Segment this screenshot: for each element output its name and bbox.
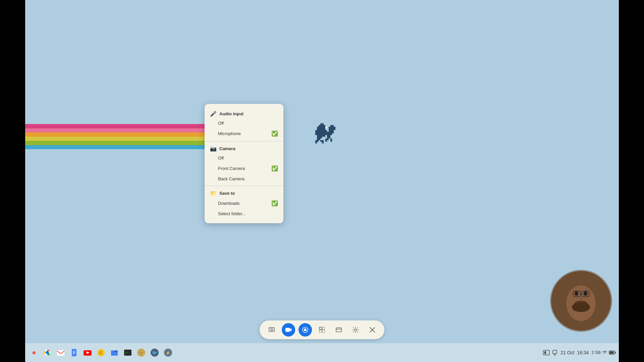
svg-rect-4 <box>315 130 327 132</box>
svg-text:🐦: 🐦 <box>152 350 158 356</box>
svg-rect-74 <box>543 350 549 355</box>
save-to-section: 📁 Save to Downloads ✅ Select folder... <box>205 186 283 221</box>
svg-rect-15 <box>330 125 334 127</box>
svg-rect-25 <box>330 138 332 140</box>
taskbar-date: 21 Oct <box>560 350 574 355</box>
screenshot-button[interactable] <box>265 323 278 337</box>
svg-point-31 <box>304 328 307 331</box>
stripe-2 <box>25 128 230 133</box>
taskbar-app-2[interactable]: 🐦 <box>149 347 161 359</box>
taskbar-extension[interactable]: C <box>95 347 107 359</box>
svg-rect-12 <box>320 140 324 142</box>
partial-capture-button[interactable] <box>315 323 329 337</box>
audio-off-item[interactable]: Off <box>205 118 283 128</box>
battery-icon <box>609 350 616 355</box>
stripe-4 <box>25 137 230 141</box>
webcam-feed <box>551 271 611 331</box>
svg-point-49 <box>580 297 582 299</box>
svg-rect-80 <box>610 352 614 354</box>
svg-point-44 <box>575 291 579 296</box>
stripe-5 <box>25 141 230 145</box>
audio-input-section: 🎤 Audio input Off Microphone ✅ <box>205 107 283 141</box>
window-capture-button[interactable] <box>332 323 345 337</box>
popup-menu: 🎤 Audio input Off Microphone ✅ 📷 Camera … <box>205 104 283 223</box>
svg-rect-65 <box>111 350 114 352</box>
svg-rect-27 <box>269 327 274 331</box>
svg-rect-75 <box>544 351 546 354</box>
taskbar-docs[interactable] <box>68 347 80 359</box>
stripe-3 <box>25 132 230 137</box>
camera-label: Camera <box>219 146 235 151</box>
svg-rect-29 <box>285 328 290 332</box>
svg-point-45 <box>584 291 588 296</box>
record-video-button[interactable] <box>282 323 295 337</box>
svg-rect-16 <box>329 127 335 128</box>
svg-rect-32 <box>319 327 322 329</box>
downloads-check-icon: ✅ <box>271 200 278 206</box>
svg-text:⚡: ⚡ <box>166 351 170 355</box>
taskbar-youtube[interactable] <box>82 347 94 359</box>
svg-point-28 <box>271 328 273 330</box>
side-bar-right <box>619 0 644 362</box>
svg-rect-6 <box>315 133 327 135</box>
svg-rect-7 <box>317 135 325 137</box>
audio-input-label: Audio input <box>219 111 244 116</box>
downloads-label: Downloads <box>218 201 239 206</box>
svg-rect-58 <box>73 354 75 354</box>
svg-rect-14 <box>325 127 327 128</box>
pixel-dino <box>307 123 337 147</box>
taskbar-icon-2[interactable] <box>552 349 558 356</box>
microphone-icon: 🎤 <box>210 111 217 117</box>
front-camera-check-icon: ✅ <box>271 165 278 172</box>
stripe-1 <box>25 124 230 128</box>
svg-rect-9 <box>317 138 320 140</box>
downloads-item[interactable]: Downloads ✅ <box>205 198 283 209</box>
svg-rect-22 <box>327 137 330 138</box>
front-camera-item[interactable]: Front Camera ✅ <box>205 163 283 174</box>
taskbar-gmail[interactable] <box>55 347 67 359</box>
camera-header: 📷 Camera <box>205 143 283 153</box>
rainbow-stripe <box>25 124 230 149</box>
recording-toolbar <box>260 320 384 339</box>
taskbar-icon-1[interactable] <box>543 349 550 356</box>
svg-rect-5 <box>315 132 329 133</box>
svg-rect-56 <box>73 351 75 352</box>
taskbar-time: 16:34 <box>577 350 589 355</box>
taskbar-right: 21 Oct 16:34 2 GB <box>543 349 616 356</box>
audio-microphone-item[interactable]: Microphone ✅ <box>205 128 283 139</box>
svg-rect-54 <box>57 350 64 356</box>
select-folder-item[interactable]: Select folder... <box>205 209 283 219</box>
settings-button[interactable] <box>349 323 362 337</box>
select-folder-label: Select folder... <box>218 211 246 216</box>
close-toolbar-button[interactable] <box>366 323 379 337</box>
recording-indicator[interactable]: ⏺ <box>28 347 40 359</box>
svg-rect-26 <box>330 140 332 142</box>
camera-off-label: Off <box>218 156 224 161</box>
back-camera-item[interactable]: Back Camera <box>205 174 283 184</box>
svg-text:C: C <box>100 351 103 355</box>
svg-rect-34 <box>319 330 322 333</box>
audio-input-header: 🎤 Audio input <box>205 109 283 118</box>
taskbar-terminal[interactable]: >_ <box>122 347 134 359</box>
svg-rect-20 <box>327 133 332 135</box>
svg-point-51 <box>572 302 590 312</box>
taskbar-app-1[interactable]: ☆ <box>135 347 147 359</box>
stripe-6 <box>25 145 230 149</box>
svg-rect-24 <box>325 140 327 142</box>
svg-rect-8 <box>317 137 322 138</box>
svg-rect-21 <box>327 135 330 137</box>
audio-off-label: Off <box>218 121 224 126</box>
taskbar-files[interactable] <box>108 347 120 359</box>
camera-off-item[interactable]: Off <box>205 153 283 163</box>
microphone-check-icon: ✅ <box>271 130 278 137</box>
taskbar-chrome[interactable] <box>41 347 53 359</box>
webcam-circle <box>550 270 612 332</box>
svg-rect-33 <box>322 327 325 329</box>
svg-rect-35 <box>322 330 325 333</box>
svg-rect-19 <box>327 132 334 133</box>
taskbar-app-3[interactable]: ⚡ <box>162 347 174 359</box>
camera-section: 📷 Camera Off Front Camera ✅ Back Camera <box>205 141 283 186</box>
audio-microphone-label: Microphone <box>218 131 241 136</box>
taskbar: ⏺ C <box>25 343 619 362</box>
fullscreen-capture-button[interactable] <box>299 323 312 337</box>
